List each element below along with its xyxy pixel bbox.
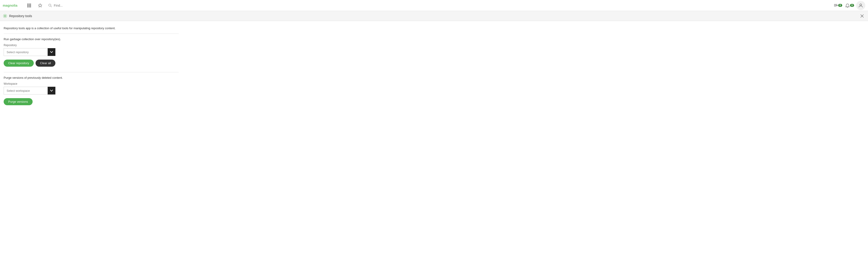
close-button[interactable] [859, 13, 865, 19]
svg-text:magnolia: magnolia [3, 4, 18, 7]
app-titlebar: Repository tools [0, 11, 868, 21]
topbar-actions: 0 0 [832, 1, 865, 10]
repository-select-input[interactable] [4, 48, 48, 56]
main-content: Repository tools app is a collection of … [0, 21, 182, 116]
search-input[interactable] [54, 4, 829, 7]
chevron-down-icon-2 [50, 90, 53, 91]
workspace-select-input[interactable] [4, 87, 48, 94]
star-icon [38, 3, 42, 7]
apps-grid-button[interactable] [25, 1, 34, 10]
purge-versions-section: Purge versions of previously deleted con… [4, 76, 179, 105]
user-avatar-button[interactable] [856, 1, 865, 10]
purge-description: Purge versions of previously deleted con… [4, 76, 179, 79]
svg-point-17 [4, 15, 6, 17]
close-icon [861, 15, 864, 18]
favorites-button[interactable] [36, 1, 45, 10]
tasks-badge: 0 [838, 4, 842, 7]
svg-line-12 [51, 6, 52, 7]
garbage-button-row: Clear repository Clear all [4, 60, 179, 67]
apps-grid-icon [27, 3, 31, 7]
app-title: Repository tools [9, 14, 32, 18]
workspace-dropdown-button[interactable] [48, 87, 55, 94]
separator-1 [4, 33, 179, 34]
search-bar[interactable] [46, 4, 831, 7]
workspace-select-row [4, 87, 179, 94]
chevron-down-icon [50, 51, 53, 53]
repository-label: Repository [4, 44, 179, 47]
notifications-badge: 0 [850, 4, 854, 7]
svg-rect-1 [27, 4, 28, 5]
user-icon [859, 3, 863, 8]
topbar: magnolia [0, 0, 868, 11]
svg-rect-8 [29, 6, 30, 7]
notifications-button[interactable]: 0 [844, 1, 855, 10]
search-icon [48, 4, 52, 7]
svg-rect-3 [30, 4, 31, 5]
clear-repository-button[interactable]: Clear repository [4, 60, 34, 67]
magnolia-logo-svg: magnolia [3, 2, 21, 9]
svg-rect-2 [29, 4, 30, 5]
svg-marker-10 [38, 4, 42, 7]
svg-rect-5 [29, 5, 30, 6]
purge-versions-button[interactable]: Purge versions [4, 98, 33, 105]
svg-rect-7 [27, 6, 28, 7]
garbage-collection-description: Run garbage collection over repository(i… [4, 37, 179, 41]
tasks-icon [834, 3, 838, 7]
repo-tools-icon [3, 14, 7, 18]
svg-point-16 [860, 4, 862, 6]
bell-icon [845, 3, 849, 7]
app-description: Repository tools app is a collection of … [4, 26, 179, 30]
clear-all-button[interactable]: Clear all [36, 60, 56, 67]
svg-rect-4 [27, 5, 28, 6]
svg-rect-6 [30, 5, 31, 6]
gear-icon [3, 14, 7, 18]
purge-button-row: Purge versions [4, 98, 179, 105]
garbage-collection-section: Run garbage collection over repository(i… [4, 37, 179, 67]
workspace-label: Workspace [4, 82, 179, 85]
repository-select-row [4, 48, 179, 56]
logo[interactable]: magnolia [3, 2, 21, 9]
tasks-button[interactable]: 0 [832, 1, 843, 10]
repository-dropdown-button[interactable] [48, 48, 55, 56]
svg-rect-9 [30, 6, 31, 7]
